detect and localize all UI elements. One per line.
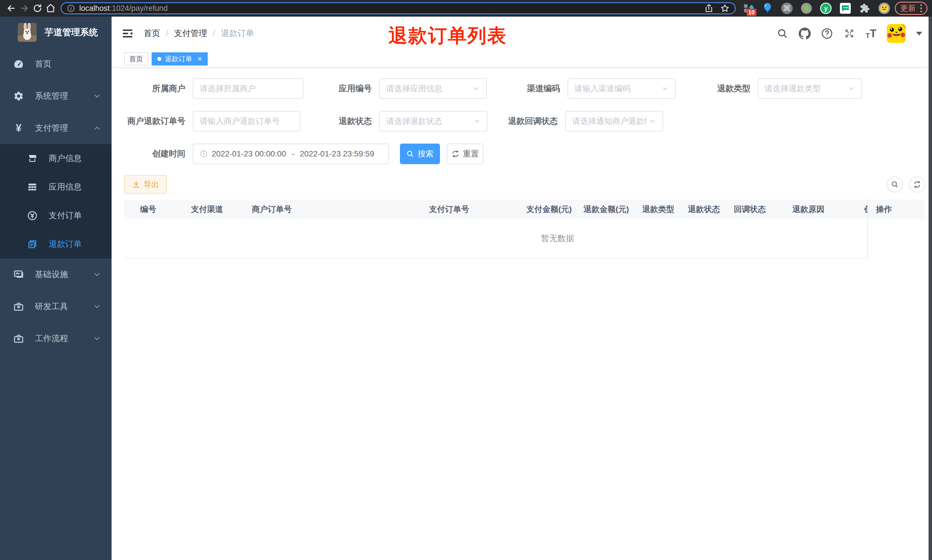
active-dot bbox=[157, 57, 161, 61]
filter-create-time: 创建时间 2022-01-23 00:00:00 - 2022-01-23 23… bbox=[124, 143, 389, 164]
fullscreen-icon[interactable] bbox=[843, 28, 855, 40]
extension-balloon-icon[interactable] bbox=[761, 2, 774, 14]
site-info-icon[interactable] bbox=[67, 4, 75, 12]
home-icon[interactable] bbox=[44, 2, 57, 15]
filter-refund-status: 退款状态 bbox=[339, 111, 488, 132]
col-refund-reason: 退款原因 bbox=[784, 204, 856, 215]
forward-icon bbox=[18, 2, 31, 15]
sidebar-item-pay[interactable]: ¥ 支付管理 bbox=[0, 112, 112, 144]
extensions-puzzle-icon[interactable] bbox=[859, 2, 871, 14]
filter-merchant-refund-no: 商户退款订单号 bbox=[124, 111, 300, 132]
extension-grid-icon[interactable]: 10 bbox=[742, 2, 754, 14]
app-title: 芋道管理系统 bbox=[45, 26, 98, 38]
sidebar-item-merchant-info[interactable]: 商户信息 bbox=[0, 144, 112, 173]
gear-icon bbox=[12, 91, 25, 102]
col-pay-order-no: 支付订单号 bbox=[421, 204, 518, 215]
address-bar[interactable]: localhost:1024/pay/refund bbox=[61, 2, 736, 14]
sidebar-collapse-icon[interactable] bbox=[121, 27, 134, 40]
date-start[interactable]: 2022-01-23 00:00:00 bbox=[212, 149, 287, 158]
browser-menu-icon[interactable] bbox=[920, 4, 922, 12]
refund-table: 编号 支付渠道 商户订单号 支付订单号 支付金额(元) 退款金额(元) 退款类型… bbox=[124, 200, 925, 258]
col-id: 编号 bbox=[124, 204, 183, 215]
sidebar-item-infrastructure[interactable]: 基础设施 bbox=[0, 258, 112, 291]
breadcrumb-home[interactable]: 首页 bbox=[144, 28, 160, 39]
back-icon[interactable] bbox=[5, 2, 18, 15]
merchant-refund-no-input[interactable] bbox=[193, 111, 300, 132]
grid-icon bbox=[26, 182, 38, 192]
yen-icon: ¥ bbox=[12, 123, 25, 133]
reset-button[interactable]: 重置 bbox=[447, 143, 483, 164]
sidebar: 芋道管理系统 首页 系统管理 ¥ 支付管理 bbox=[0, 17, 112, 560]
col-channel: 支付渠道 bbox=[183, 204, 244, 215]
toggle-search-button[interactable] bbox=[887, 177, 903, 192]
browser-toolbar: localhost:1024/pay/refund 10 ⌘ y bbox=[0, 0, 932, 17]
refund-status-select[interactable] bbox=[379, 111, 488, 132]
clock-icon bbox=[200, 150, 208, 158]
search-icon[interactable] bbox=[777, 28, 788, 40]
extension-cmd-icon[interactable]: ⌘ bbox=[781, 2, 793, 14]
col-action: 操作 bbox=[868, 200, 925, 219]
bookmark-star-icon[interactable] bbox=[720, 3, 730, 13]
help-icon[interactable] bbox=[821, 28, 833, 40]
chevron-down-icon bbox=[847, 85, 855, 92]
refresh-icon bbox=[451, 150, 460, 158]
pay-order-icon bbox=[26, 210, 38, 221]
sidebar-item-system[interactable]: 系统管理 bbox=[0, 80, 112, 112]
export-button[interactable]: 导出 bbox=[124, 175, 167, 194]
empty-text: 暂无数据 bbox=[541, 233, 574, 244]
share-icon[interactable] bbox=[704, 3, 714, 13]
breadcrumb: 首页 / 支付管理 / 退款订单 bbox=[144, 28, 254, 39]
refresh-table-button[interactable] bbox=[909, 177, 925, 192]
user-avatar[interactable] bbox=[887, 24, 906, 43]
date-end[interactable]: 2022-01-23 23:59:59 bbox=[300, 149, 375, 158]
extension-y-icon[interactable]: y bbox=[820, 2, 832, 14]
chevron-down-icon bbox=[661, 85, 669, 92]
sidebar-item-app-info[interactable]: 应用信息 bbox=[0, 173, 112, 202]
infrastructure-icon bbox=[12, 269, 25, 280]
extension-chat-icon[interactable] bbox=[839, 2, 851, 14]
col-merchant-order-no: 商户订单号 bbox=[244, 204, 421, 215]
screen: localhost:1024/pay/refund 10 ⌘ y bbox=[0, 0, 932, 560]
col-pay-amount: 支付金额(元) bbox=[518, 204, 575, 215]
table-toolbar: 导出 bbox=[124, 175, 925, 194]
search-button[interactable]: 搜索 bbox=[400, 143, 440, 164]
sidebar-item-workflow[interactable]: 工作流程 bbox=[0, 323, 112, 355]
tab-close-icon[interactable]: × bbox=[197, 55, 202, 63]
download-icon bbox=[132, 180, 140, 188]
sidebar-item-devtools[interactable]: 研发工具 bbox=[0, 291, 112, 323]
extensions-row: 10 ⌘ y bbox=[742, 2, 890, 14]
browser-update-button[interactable]: 更新 bbox=[895, 2, 927, 15]
breadcrumb-current: 退款订单 bbox=[221, 28, 254, 39]
notify-status-select[interactable] bbox=[565, 111, 663, 132]
tab-refund-order[interactable]: 退款订单 × bbox=[152, 52, 208, 66]
font-size-icon[interactable]: TT bbox=[866, 28, 877, 40]
refresh-icon bbox=[913, 180, 921, 188]
caret-down-icon[interactable] bbox=[916, 32, 922, 35]
breadcrumb-pay[interactable]: 支付管理 bbox=[174, 28, 207, 39]
sidebar-item-pay-order[interactable]: 支付订单 bbox=[0, 202, 112, 230]
dashboard-icon bbox=[12, 58, 25, 69]
col-refund-amount: 退款金额(元) bbox=[575, 204, 634, 215]
refund-order-icon bbox=[26, 239, 38, 249]
toolbox-icon bbox=[12, 301, 25, 312]
profile-emoji-avatar[interactable] bbox=[878, 2, 890, 14]
channel-select[interactable] bbox=[568, 78, 676, 99]
logo-image bbox=[18, 23, 37, 42]
tab-home[interactable]: 首页 bbox=[124, 52, 148, 66]
app-logo[interactable]: 芋道管理系统 bbox=[0, 17, 112, 48]
extension-record-icon[interactable] bbox=[800, 2, 812, 14]
chevron-down-icon bbox=[93, 270, 101, 279]
sidebar-item-refund-order[interactable]: 退款订单 bbox=[0, 230, 112, 258]
date-range-picker[interactable]: 2022-01-23 00:00:00 - 2022-01-23 23:59:5… bbox=[193, 143, 389, 164]
refund-type-select[interactable] bbox=[758, 78, 862, 99]
merchant-select[interactable] bbox=[193, 78, 303, 99]
window-scrollbar[interactable] bbox=[929, 17, 932, 560]
reload-icon[interactable] bbox=[31, 2, 44, 15]
filter-app: 应用编号 bbox=[339, 78, 487, 99]
pay-submenu: 商户信息 应用信息 支付订单 bbox=[0, 144, 112, 258]
github-icon[interactable] bbox=[799, 28, 811, 40]
app-select[interactable] bbox=[379, 78, 487, 99]
sidebar-item-home[interactable]: 首页 bbox=[0, 48, 112, 80]
search-icon bbox=[891, 180, 899, 188]
page-content: 所属商户 应用编号 渠道编码 bbox=[112, 68, 932, 560]
